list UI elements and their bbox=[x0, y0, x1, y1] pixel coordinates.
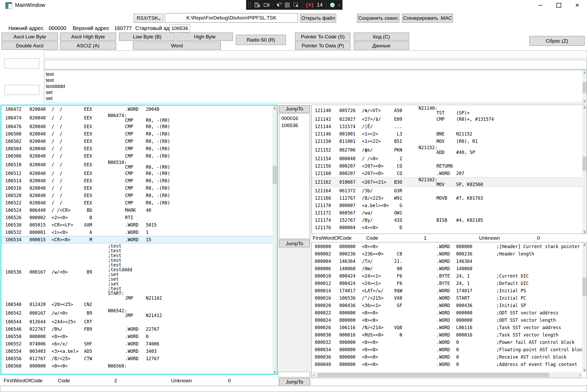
disasm-row[interactable]: 121150011001<1><22>B5IMOV(R0), R1 bbox=[312, 138, 582, 145]
disasm-row[interactable]: 121160000207<207><0>CO.WORD207 bbox=[312, 170, 582, 177]
pointer-to-data-button[interactable]: Pointer To Data (P) bbox=[295, 42, 350, 50]
scroll-up-icon[interactable]: ∧ bbox=[582, 70, 587, 75]
disasm-row[interactable]: 106554003403<3><a.bel>AD5.WORD3403 bbox=[1, 348, 272, 355]
disasm-row[interactable]: 106550000000<0><0>.WORD0 bbox=[1, 333, 272, 340]
scroll-down-icon[interactable]: ∨ bbox=[272, 369, 277, 374]
ascii-high-byte-button[interactable]: Ascii High Byte bbox=[60, 33, 116, 41]
jumpto-bottom-button[interactable]: JumpTo bbox=[279, 378, 310, 386]
asciz-button[interactable]: ASCIZ (A) bbox=[60, 42, 116, 50]
format-select[interactable]: RSX/TSK bbox=[134, 14, 163, 23]
disasm-row[interactable]: 106524006440/ /<CR>BDMARK40 bbox=[1, 207, 272, 214]
disasm-row[interactable]: 106536000167/w/<0>B9;test;test;test;test… bbox=[1, 243, 272, 301]
disassembly-panel-header[interactable]: 000000000000<0><0>.WORD000000;[Header] C… bbox=[311, 242, 587, 378]
disasm-row[interactable]: 106544012644<244><25>CRT bbox=[1, 318, 272, 325]
scroll-up-icon[interactable]: ∧ bbox=[582, 105, 587, 109]
open-file-button[interactable]: Открыть файл bbox=[300, 14, 336, 23]
disasm-row[interactable]: 121170000007<a.bel><0>G bbox=[312, 202, 582, 209]
disasm-row[interactable]: 106556012767/В/<25>CTW.WORD12767 bbox=[1, 355, 272, 362]
minimize-button[interactable] bbox=[534, 0, 547, 11]
save-session-button[interactable]: Сохранить сеанс bbox=[357, 14, 399, 23]
cursor-capture-icon[interactable] bbox=[276, 2, 282, 8]
disasm-row[interactable]: 106552074006<6>/x/SHF.WORD74006 bbox=[1, 340, 272, 348]
jumpto-top-button[interactable]: JumpTo bbox=[279, 105, 310, 113]
jumpto-listbox-bottom[interactable] bbox=[278, 372, 310, 377]
disasm-row[interactable]: 000004146364/Тл/21..WORD146364 bbox=[312, 258, 582, 265]
disasm-row[interactable]: 106532000001<1><0>A.WORD1 bbox=[1, 229, 272, 236]
disasm-row[interactable]: 121144131574/|Ё/... bbox=[312, 123, 582, 130]
disasm-row[interactable]: 000030000016<RUS><0>N.WORD000016;Task SS… bbox=[312, 331, 582, 339]
jumpto-list-item[interactable]: 106536 bbox=[279, 122, 310, 129]
label-list-item[interactable]: testdddd bbox=[44, 83, 581, 89]
scrollbar-thumb[interactable] bbox=[583, 278, 586, 296]
disasm-row[interactable]: 106516020040/ /EEXCMPR0, -(R0) bbox=[1, 184, 272, 192]
scroll-right-icon[interactable]: › bbox=[578, 373, 582, 377]
disasm-row[interactable]: 106504020040/ /EEXCMPR0, -(R0) bbox=[1, 145, 272, 152]
scrollbar-thumb[interactable] bbox=[583, 157, 586, 171]
disasm-row[interactable]: 106542000167/w/<0>B9N06542:JMPN21412 bbox=[1, 308, 272, 318]
header-panel-vscrollbar[interactable]: ∧ ∨ bbox=[582, 242, 587, 372]
disasm-row[interactable]: 106560000000<0><0>N06560: bbox=[1, 362, 272, 370]
disasm-row[interactable]: 106506020040/ /EEXCMPR0, -(R0) bbox=[1, 152, 272, 160]
disasm-row[interactable]: 121142022027<27>/$/E09CMP(R0)+, #131574 bbox=[312, 115, 582, 123]
disasm-row[interactable]: 000026106116/N/<214>VQ8.WORDL06116;Task … bbox=[312, 324, 582, 331]
disasm-row[interactable]: 106512020040/ /EEXCMPR0, -(R0) bbox=[1, 170, 272, 177]
disasm-row[interactable]: 000024000000<0><0>.WORD000000;ODT SST ve… bbox=[312, 316, 582, 324]
code-button[interactable]: Код (C) bbox=[354, 33, 409, 41]
scrollbar-thumb[interactable] bbox=[583, 82, 586, 93]
high-byte-button[interactable]: High Byte bbox=[177, 33, 233, 41]
scroll-up-icon[interactable]: ∧ bbox=[582, 242, 587, 247]
ascii-low-byte-button[interactable]: Ascii Low Byte bbox=[2, 33, 58, 41]
disasm-row[interactable]: 106500020040/ /EEXCMPR0, -(R0) bbox=[1, 130, 272, 138]
disasm-row[interactable]: 000040000000<0><0>.WORD0;Address of even… bbox=[312, 361, 582, 368]
label-list-item[interactable]: test bbox=[44, 77, 581, 83]
disasm-row[interactable]: 106514020040/ /EEXCMPR0, -(R0) bbox=[1, 177, 272, 184]
comment-input[interactable] bbox=[44, 60, 587, 69]
disasm-row[interactable]: 106520020040/ /EEXCMPR0, -(R0) bbox=[1, 192, 272, 199]
labels-scrollbar[interactable]: ∧ ∨ bbox=[582, 70, 587, 103]
double-ascii-button[interactable]: Double Ascii bbox=[2, 42, 58, 50]
disasm-row[interactable]: 000016106536/^/<215>VX0.WORDSTART;Initia… bbox=[312, 294, 582, 302]
disasm-row[interactable]: 121162010667<267><21>B3ON21162:MOVSP, K0… bbox=[312, 177, 582, 187]
disasm-row[interactable]: 106472020040/ /EEX.WORD20040 bbox=[1, 105, 272, 113]
main-panel-scrollbar[interactable]: ∧ ∨ bbox=[272, 105, 277, 374]
jumpto-listbox[interactable]: 000016106536 bbox=[279, 113, 310, 239]
disasm-row[interactable]: 121156000207<207><0>CORETURN bbox=[312, 162, 582, 170]
disasm-row[interactable]: 121172060567/wa/OW1 bbox=[312, 209, 582, 217]
header-panel-hscrollbar[interactable]: ‹ › bbox=[312, 372, 582, 378]
maximize-button[interactable] bbox=[552, 0, 565, 11]
disasm-row[interactable]: 000034000000<0><0>.WORD0;Floating-point … bbox=[312, 346, 582, 353]
disasm-row[interactable]: 121176000004<4><0>D bbox=[312, 224, 582, 231]
data-button[interactable]: Данные bbox=[354, 42, 409, 50]
window-select-icon[interactable] bbox=[293, 2, 299, 8]
disasm-row[interactable]: 106476020040/ /EEXCMPR0, -(R0) bbox=[1, 123, 272, 130]
code-panel-scrollbar[interactable]: ∧ ∨ bbox=[582, 105, 587, 234]
disasm-row[interactable]: 000032000000<0><0>.WORD0;Power fail AST … bbox=[312, 339, 582, 346]
drag-handle-icon[interactable] bbox=[248, 2, 251, 8]
disasm-row[interactable]: 106526000002<2><0>BRTI bbox=[1, 214, 272, 221]
error-badge-icon[interactable]: {✕} bbox=[306, 2, 313, 8]
video-record-icon[interactable] bbox=[264, 2, 269, 8]
success-check-icon[interactable] bbox=[330, 1, 335, 9]
radix50-button[interactable]: Radix-50 (R) bbox=[236, 35, 286, 45]
disasm-row[interactable]: 000006140060/0ю/00.WORD140060 bbox=[312, 265, 582, 272]
comment-input-top[interactable] bbox=[44, 51, 587, 58]
disasm-row[interactable]: 106546022767/В%/FB9.WORD22767 bbox=[1, 325, 272, 333]
reset-button[interactable]: Сброс (Z) bbox=[529, 36, 585, 46]
disasm-row[interactable]: 000036000000<0><0>.WORD0;Receive AST con… bbox=[312, 353, 582, 361]
disasm-row[interactable]: 121174152767/Ву/4IOBISB#4, K02105 bbox=[312, 217, 582, 224]
region-capture-icon[interactable] bbox=[285, 2, 290, 8]
disasm-row[interactable]: 000020000436<36><1>GF.WORD000436;Initial… bbox=[312, 302, 582, 309]
log-capture-icon[interactable] bbox=[255, 2, 260, 8]
disasm-row[interactable]: 106522020040/ /EEXCMPR0, -(R0) bbox=[1, 199, 272, 207]
label-edit-field-1[interactable] bbox=[4, 58, 39, 68]
disasm-row[interactable]: 121154000040/ /<0>2 bbox=[312, 155, 582, 162]
low-byte-button[interactable]: Low Byte (B) bbox=[119, 33, 175, 41]
close-button[interactable]: ✕ bbox=[571, 0, 584, 11]
disasm-row[interactable]: 000012000424<24><1>F6.BYTE24, 1;Default … bbox=[312, 280, 582, 287]
pointer-to-code-button[interactable]: Pointer To Code (S) bbox=[295, 33, 350, 41]
collapse-chevron-icon[interactable]: ‹ bbox=[338, 1, 340, 9]
scroll-down-icon[interactable]: ∨ bbox=[582, 98, 587, 103]
disasm-row[interactable]: 106502020040/ /EEXCMPR0, -(R0) bbox=[1, 138, 272, 145]
scroll-up-icon[interactable]: ∧ bbox=[272, 105, 277, 110]
scrollbar-thumb[interactable] bbox=[317, 373, 549, 377]
